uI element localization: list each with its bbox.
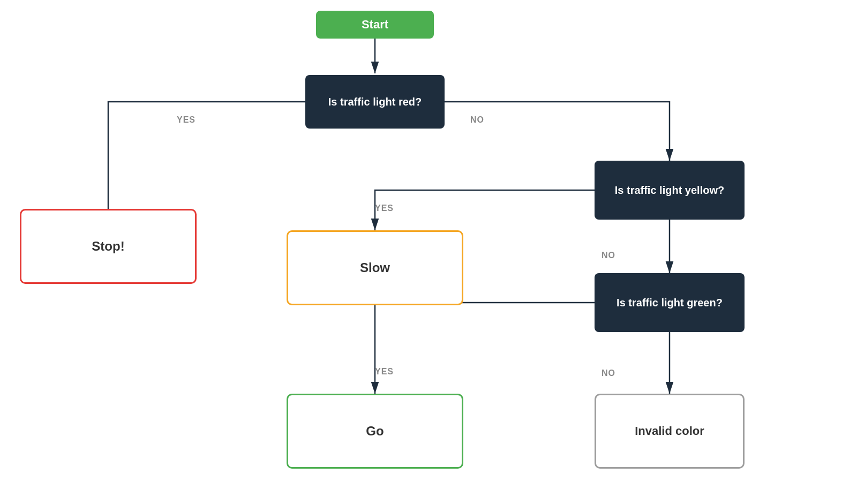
slow-label: Slow xyxy=(360,260,390,275)
stop-label: Stop! xyxy=(92,239,124,254)
no-yellow-green-label: NO xyxy=(602,251,615,260)
is-yellow-label: Is traffic light yellow? xyxy=(615,184,724,197)
is-red-node: Is traffic light red? xyxy=(305,75,445,129)
go-node: Go xyxy=(287,394,463,469)
is-green-label: Is traffic light green? xyxy=(617,297,723,309)
yes-mid-label: YES xyxy=(375,204,394,213)
no-right-label: NO xyxy=(470,115,484,125)
invalid-node: Invalid color xyxy=(595,394,745,469)
stop-node: Stop! xyxy=(20,209,197,284)
is-green-node: Is traffic light green? xyxy=(595,273,745,332)
start-label: Start xyxy=(362,18,388,32)
go-label: Go xyxy=(366,424,384,439)
is-yellow-node: Is traffic light yellow? xyxy=(595,161,745,220)
start-node: Start xyxy=(316,11,434,39)
yes-left-label: YES xyxy=(177,115,196,125)
slow-node: Slow xyxy=(287,230,463,305)
no-green-invalid-label: NO xyxy=(602,368,615,378)
is-red-label: Is traffic light red? xyxy=(328,96,422,108)
flowchart-diagram: Start Is traffic light red? Stop! Slow I… xyxy=(0,0,857,504)
yes-green-go-label: YES xyxy=(375,367,394,377)
invalid-label: Invalid color xyxy=(635,424,704,438)
